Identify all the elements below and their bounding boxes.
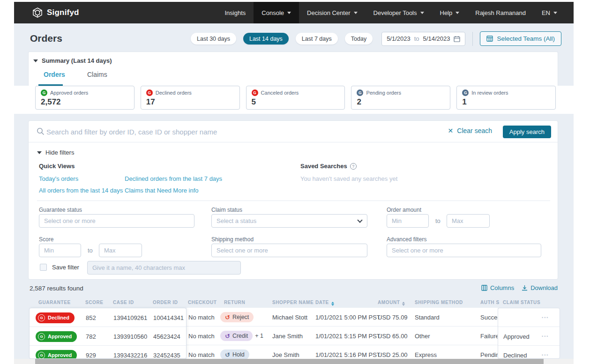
claim-status-input[interactable] [211, 214, 367, 228]
range-pill-last-7-days[interactable]: Last 7 days [296, 33, 338, 45]
col-header-return[interactable]: RETURN [224, 300, 245, 305]
score-max-input[interactable] [99, 244, 142, 257]
search-input[interactable] [46, 125, 440, 139]
range-pill-last-14-days[interactable]: Last 14 days [243, 33, 289, 45]
shipping-cell: Other [415, 327, 430, 345]
nav-item-language[interactable]: EN [534, 2, 565, 23]
selected-teams-button[interactable]: Selected Teams (All) [480, 31, 561, 46]
active-tab-underline [38, 84, 63, 86]
save-filter-checkbox[interactable] [40, 264, 47, 271]
amount-cell: USD 65.00 [378, 327, 408, 345]
hide-filters-toggle[interactable]: Hide filters [37, 149, 74, 156]
col-header-case-id[interactable]: CASE ID [113, 300, 134, 305]
guarantee-approved-pill[interactable]: G Approved [36, 331, 77, 342]
order-id-cell[interactable]: 100414341 [153, 308, 184, 327]
col-header-amount[interactable]: AMOUNT [378, 300, 405, 306]
col-header-auth-status[interactable]: AUTH S [480, 300, 500, 305]
auth-status-cell: Pending [480, 345, 498, 359]
horizontal-scrollbar-track[interactable] [14, 359, 574, 364]
nav-item-decision-center[interactable]: Decision Center [299, 2, 366, 23]
col-header-date[interactable]: DATE [315, 300, 334, 306]
row-menu-icon[interactable]: ••• [542, 346, 549, 359]
table-row[interactable]: G Approved 782 1393910560 45623424 [30, 327, 186, 346]
summary-card-value: 17 [146, 97, 234, 107]
score-min-input[interactable] [39, 244, 81, 257]
col-header-shopper-name[interactable]: SHOPPER NAME [272, 300, 314, 305]
col-header-order-id[interactable]: ORDER ID [153, 300, 178, 305]
nav-item-insights[interactable]: Insights [217, 2, 254, 23]
columns-button[interactable]: Columns [481, 284, 514, 291]
case-id-cell[interactable]: 1393910560 [113, 327, 147, 346]
row-menu-icon[interactable]: ••• [542, 308, 549, 327]
summary-card-label: Canceled orders [261, 90, 299, 96]
table-row[interactable]: G Approved 929 1393432216 32452435 [30, 346, 186, 359]
order-amount-min-input[interactable] [387, 214, 429, 228]
table-row[interactable]: ••• [498, 308, 560, 327]
clear-search-button[interactable]: ✕ Clear seach [448, 127, 492, 134]
col-header-claim-status[interactable]: CLAIM STATUS [503, 300, 540, 305]
order-amount-label: Order amount [387, 207, 421, 213]
col-header-shipping-method[interactable]: SHIPPING METHOD [415, 300, 463, 305]
shipping-method-input[interactable] [211, 244, 367, 257]
row-menu-icon[interactable]: ••• [542, 327, 549, 346]
nav-item-user[interactable]: Rajesh Ramanand [467, 2, 534, 23]
col-header-checkout[interactable]: CHECKOUT [188, 300, 217, 305]
score-label: Score [39, 236, 53, 243]
summary-card-pending: G Pending orders 2 [351, 86, 450, 110]
signifyd-logo[interactable]: Signifyd [32, 7, 79, 18]
quick-view-all-14-days[interactable]: All orders from the last 14 days [39, 187, 123, 194]
search-row: ✕ Clear seach Apply search [29, 121, 558, 142]
order-id-cell[interactable]: 32452435 [153, 346, 180, 359]
signifyd-console-page: Signifyd Insights Console Decision Cente… [0, 0, 590, 364]
advanced-filters-input[interactable] [387, 244, 541, 257]
order-amount-max-input[interactable] [447, 214, 490, 228]
range-pill-today[interactable]: Today [345, 33, 373, 45]
summary-collapse-toggle[interactable]: Summary (Last 14 days) [33, 57, 112, 64]
date-range-picker[interactable]: 5/1/2023 to 5/14/2023 [381, 32, 465, 46]
nav-item-help[interactable]: Help [432, 2, 468, 23]
checkout-cell: No match [188, 308, 215, 327]
date-range-to-label: to [414, 35, 419, 42]
download-button[interactable]: Download [522, 284, 558, 291]
guarantee-status-input[interactable] [39, 214, 194, 228]
apply-search-button[interactable]: Apply search [503, 126, 551, 138]
help-icon[interactable]: ? [350, 163, 357, 170]
sort-icon[interactable] [331, 302, 334, 306]
order-id-cell[interactable]: 45623424 [153, 327, 180, 346]
search-filter-panel: ✕ Clear seach Apply search Hide filters … [28, 120, 558, 280]
guarantee-seal-icon: G [38, 333, 45, 340]
summary-cards-band: G Approved orders 2,572 G Declined order… [14, 86, 574, 114]
tab-orders[interactable]: Orders [44, 71, 65, 78]
col-header-guarantee[interactable]: GUARANTEE [38, 300, 71, 305]
date-from-value[interactable]: 5/1/2023 [387, 35, 411, 42]
calendar-icon[interactable] [454, 36, 460, 42]
guarantee-seal-icon: G [38, 314, 45, 321]
save-filter-name-input[interactable] [87, 261, 241, 275]
horizontal-scrollbar-thumb[interactable] [35, 359, 544, 364]
quick-view-claims-more-info[interactable]: Claims that Need More info [125, 187, 199, 194]
date-to-value[interactable]: 5/14/2023 [423, 35, 450, 42]
guarantee-approved-pill[interactable]: G Approved [36, 350, 77, 359]
table-row[interactable]: No match ↺Hold Joe Smith 1/01/2021 5:16 … [187, 345, 498, 359]
nav-item-developer-tools[interactable]: Developer Tools [366, 2, 432, 23]
guarantee-declined-pill[interactable]: G Declined [36, 312, 75, 323]
quick-view-declined-7-days[interactable]: Declined orders from the last 7 days [125, 175, 222, 182]
quick-view-todays-orders[interactable]: Today's orders [39, 175, 78, 182]
range-pill-last-30-days[interactable]: Last 30 days [191, 33, 236, 45]
table-row[interactable]: G Declined 852 1394109261 100414341 [30, 308, 186, 327]
col-header-score[interactable]: SCORE [85, 300, 104, 305]
date-cell: 1/01/2021 5:16 PM PST [315, 345, 381, 359]
order-amount-to-label: to [435, 217, 441, 224]
table-row[interactable]: Declined ••• [498, 346, 560, 359]
score-cell: 929 [86, 346, 96, 359]
case-id-cell[interactable]: 1394109261 [113, 308, 147, 327]
quick-views-title: Quick Views [39, 163, 75, 170]
tab-claims[interactable]: Claims [87, 71, 107, 78]
sort-icon[interactable] [402, 302, 405, 306]
nav-item-console[interactable]: Console [254, 2, 299, 23]
claim-status-select[interactable] [211, 214, 367, 228]
table-row[interactable]: No match ↺Credit + 1 Jane Smith 1/01/202… [187, 327, 498, 345]
table-row[interactable]: No match ↺Reject Michael Stott 1/01/2021… [187, 308, 498, 327]
table-row[interactable]: Approved ••• [498, 327, 560, 346]
case-id-cell[interactable]: 1393432216 [113, 346, 147, 359]
